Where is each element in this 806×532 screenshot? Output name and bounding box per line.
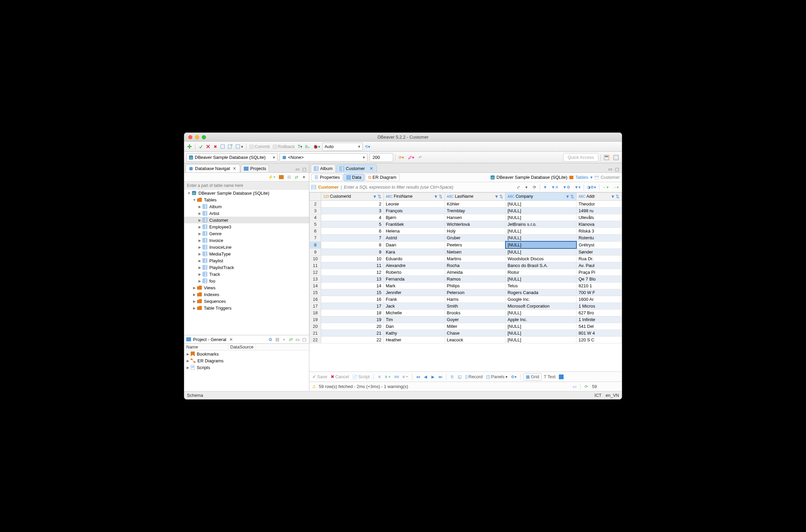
new-connection-nav-icon[interactable]: ⚡+ [267,173,277,181]
perspective-db-icon[interactable] [603,154,610,161]
expand-filter-icon[interactable]: ⤢ [515,184,521,191]
cell-customerid[interactable]: 18 [321,310,384,316]
cell-address[interactable]: Sønder [577,248,622,255]
tree-twisty-icon[interactable]: ▶ [198,232,202,235]
tree-item-table-triggers[interactable]: ▶Table Triggers [184,305,309,311]
minimize-editor-icon[interactable]: ▭ [607,166,613,172]
table-row[interactable]: 66HelenaHolý[NULL]Rilská 3 [310,228,622,234]
table-row[interactable]: 99KaraNielsen[NULL]Sønder [310,248,622,255]
quick-access-button[interactable]: Quick Access [563,153,598,162]
editor-tab-album[interactable]: Album [311,164,336,172]
row-number-cell[interactable]: 10 [310,255,321,262]
tab-projects[interactable]: Projects [241,164,269,172]
cell-lastname[interactable]: Köhler [445,201,505,208]
row-number-cell[interactable]: 9 [310,248,321,255]
collapse-proj-icon[interactable]: ⊟ [275,337,280,342]
debug-icon[interactable]: 🐞▾ [312,143,321,150]
cell-lastname[interactable]: Gruber [445,234,505,242]
table-row[interactable]: 2121KathyChase[NULL]801 W 4 [310,330,622,337]
tree-item-sequences[interactable]: ▶Sequences [184,298,309,305]
nav-forward-icon[interactable]: →▾ [612,184,620,191]
tree-twisty-icon[interactable]: ▶ [198,245,202,249]
cell-company[interactable]: [NULL] [505,208,577,214]
new-folder-icon[interactable]: + [278,173,285,181]
table-row[interactable]: 1515JenniferPetersonRogers Canada700 W F [310,289,622,296]
tree-twisty-icon[interactable]: ▶ [193,286,196,290]
undo-icon[interactable]: ↶ [417,154,423,161]
cell-address[interactable]: 8210 1 [577,283,622,289]
cell-customerid[interactable]: 7 [321,234,384,242]
subtab-data[interactable]: Data [343,174,364,181]
tree-item-invoice[interactable]: ▶Invoice [184,237,309,244]
tree-twisty-icon[interactable]: ▶ [186,359,190,363]
minimize-window-button[interactable] [195,135,199,139]
tree-item-customer[interactable]: ▶Customer [184,217,309,223]
disconnect-icon[interactable] [205,143,211,150]
text-mode-button[interactable]: T Text [543,373,557,381]
cell-firstname[interactable]: Alexandre [383,262,445,269]
cell-customerid[interactable]: 14 [321,283,384,289]
cell-address[interactable]: 120 S C [577,337,622,343]
script-button[interactable]: 📄 Script [351,373,371,381]
perspective-other-icon[interactable] [612,154,620,161]
tree-twisty-icon[interactable]: ▶ [198,218,202,222]
tree-item-dbeaver-sample-database-sqlite-[interactable]: ▼DBeaver Sample Database (SQLite) [184,190,309,196]
cell-company[interactable]: JetBrains s.r.o. [505,221,577,228]
cell-firstname[interactable]: Tim [383,316,445,323]
cell-customerid[interactable]: 12 [321,269,384,276]
close-project-tab-icon[interactable]: ✕ [228,337,233,342]
table-row[interactable]: 1717JackSmithMicrosoft Corporation1 Micr… [310,303,622,310]
cell-address[interactable]: 700 W F [577,289,622,296]
table-row[interactable]: 1111AlexandreRochaBanco do Brasil S.A.Av… [310,262,622,269]
cell-lastname[interactable]: Peterson [445,289,505,296]
cell-firstname[interactable]: Bjørn [383,214,445,221]
table-row[interactable]: 88DaanPeeters[NULL]Grétryst [310,241,622,248]
cell-lastname[interactable]: Miller [445,323,505,330]
tree-twisty-icon[interactable]: ▶ [198,212,202,215]
tree-twisty-icon[interactable]: ▶ [193,300,196,303]
table-row[interactable]: 1212RobertoAlmeidaRioturPraça Pi [310,269,622,276]
rowcount-mode-icon[interactable]: ▭ [571,383,578,391]
cell-customerid[interactable]: 9 [321,248,384,255]
tree-item-views[interactable]: ▶Views [184,284,309,291]
row-number-cell[interactable]: 12 [310,269,321,276]
cell-lastname[interactable]: Smith [445,303,505,310]
tree-item-mediatype[interactable]: ▶MediaType [184,250,309,257]
cell-firstname[interactable]: Kara [383,248,445,255]
cell-company[interactable]: [NULL] [505,276,577,283]
tree-twisty-icon[interactable]: ▶ [198,225,202,229]
table-row[interactable]: 22LeonieKöhler[NULL]Theodor [310,201,622,208]
row-number-cell[interactable]: 22 [310,337,321,343]
filter-column-icon[interactable]: ▼ [565,194,570,199]
table-row[interactable]: 1616FrankHarrisGoogle Inc.1600 Ar [310,296,622,303]
cell-company[interactable]: Microsoft Corporation [505,303,577,310]
cell-firstname[interactable]: Daan [383,241,445,248]
cell-lastname[interactable]: Harris [445,296,505,303]
table-row[interactable]: 2222HeatherLeacock[NULL]120 S C [310,337,622,343]
cell-address[interactable]: 541 Del [577,323,622,330]
column-header-firstname[interactable]: ABC FirstName▼⇅ [383,193,445,201]
new-proj-item-icon[interactable]: + [281,337,287,342]
extra-mode-icon[interactable] [558,373,565,381]
cell-lastname[interactable]: Martins [445,255,505,262]
cell-address[interactable]: 801 W 4 [577,330,622,337]
tree-twisty-icon[interactable]: ▶ [193,293,196,297]
cell-lastname[interactable]: Chase [445,330,505,337]
cell-address[interactable]: 1600 Ar [577,296,622,303]
cell-customerid[interactable]: 21 [321,330,384,337]
tree-item-invoiceline[interactable]: ▶InvoiceLine [184,244,309,250]
subtab-properties[interactable]: ☰Properties [312,174,343,181]
tree-twisty-icon[interactable]: ▶ [193,306,196,310]
filter-settings-icon[interactable]: ▼⚙ [562,184,571,191]
table-row[interactable]: 1313FernandaRamos[NULL]Qe 7 Blo [310,276,622,283]
cell-customerid[interactable]: 19 [321,316,384,323]
close-tab-icon[interactable]: ✕ [369,166,374,171]
cell-company[interactable]: [NULL] [505,234,577,242]
close-window-button[interactable] [188,135,192,139]
project-item-scripts[interactable]: ▶Scripts [184,364,309,371]
cell-customerid[interactable]: 17 [321,303,384,310]
last-page-icon[interactable]: ⏭ [437,373,444,381]
row-number-cell[interactable]: 13 [310,276,321,283]
cell-company[interactable]: Apple Inc. [505,316,577,323]
maximize-view-icon[interactable]: ▢ [302,166,307,172]
